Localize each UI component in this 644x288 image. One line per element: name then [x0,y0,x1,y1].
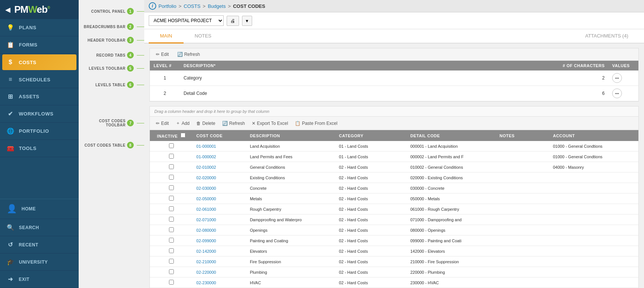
breadcrumb-portfolio[interactable]: Portfolio [158,3,176,9]
sidebar-item-assets[interactable]: ⊞ ASSETS [0,88,79,105]
select-all-checkbox[interactable] [181,133,185,138]
row-checkbox[interactable] [169,206,174,211]
cost-code-cell: 02-080000 [193,225,246,236]
sidebar-toggle[interactable]: ◀ [5,6,10,14]
levels-edit-button[interactable]: ✏ Edit [154,51,171,58]
costs-refresh-button[interactable]: 🔄 Refresh [220,120,247,127]
table-row: 02-142000 Elevators 02 - Hard Costs 1420… [150,246,638,256]
detail-code-cell: 142000 - Elevators [406,246,496,256]
row-checkbox[interactable] [169,217,174,222]
inactive-cell [150,256,193,267]
breadcrumb-budgets[interactable]: Budgets [208,3,226,9]
edit-icon: ✏ [156,52,160,57]
ellipsis-button[interactable]: ••• [612,73,622,83]
project-selector[interactable]: ACME HOSPITAL PROJECT [149,15,224,26]
category-cell: 02 - Hard Costs [335,183,406,194]
cost-code-link[interactable]: 02-220000 [196,270,216,274]
levels-row: 2 Detail Code 6 ••• [150,86,638,101]
cost-code-link[interactable]: 02-099000 [196,238,216,243]
sidebar-item-schedules[interactable]: ≡ SCHEDULES [0,71,79,88]
row-checkbox[interactable] [169,227,174,232]
row-checkbox[interactable] [169,196,174,201]
sidebar-item-home[interactable]: 👤 HOME [0,199,79,219]
inactive-cell [150,172,193,183]
account-cell [549,194,638,204]
row-checkbox[interactable] [169,154,174,159]
cost-code-link[interactable]: 02-061000 [196,207,216,212]
description-cell: HVAC [246,278,335,288]
sidebar-item-tools[interactable]: 🧰 TOOLS [0,140,79,157]
costs-delete-button[interactable]: 🗑 Delete [194,120,218,127]
costs-paste-button[interactable]: 📋 Paste From Excel [293,120,340,127]
sidebar: ◀ PMWeb® 💡 PLANS 📋 FORMS $ COSTS ≡ SCHED… [0,0,79,288]
tab-main[interactable]: MAIN [149,29,184,44]
row-checkbox[interactable] [169,280,174,285]
sidebar-item-plans[interactable]: 💡 PLANS [0,19,79,36]
sidebar-item-search[interactable]: 🔍 SEARCH [0,219,79,236]
export-icon: ✕ [252,121,256,126]
ellipsis-button[interactable]: ••• [612,88,622,98]
tab-attachments[interactable]: ATTACHMENTS (4) [574,29,640,44]
sidebar-item-label: EXIT [19,277,30,282]
cost-code-link[interactable]: 01-000001 [196,144,216,148]
row-checkbox[interactable] [169,164,174,169]
col-characters: # OF CHARACTERS [556,61,608,70]
sidebar-item-recent[interactable]: ↺ RECENT [0,236,79,254]
row-checkbox[interactable] [169,248,174,253]
levels-refresh-button[interactable]: 🔄 Refresh [175,51,202,58]
cost-code-cell: 02-030000 [193,183,246,194]
sidebar-item-forms[interactable]: 📋 FORMS [0,36,79,54]
assets-icon: ⊞ [7,93,14,100]
sidebar-item-university[interactable]: 🎓 UNIVERSITY [0,254,79,271]
costs-add-button[interactable]: ＋ Add [173,119,192,128]
breadcrumb-costs[interactable]: COSTS [184,3,200,9]
cost-code-cell: 02-020000 [193,172,246,183]
costs-export-button[interactable]: ✕ Export To Excel [250,120,290,127]
row-checkbox[interactable] [169,143,174,148]
drag-hint: Drag a column header and drop it here to… [150,106,638,117]
notes-cell [496,172,549,183]
cost-code-cell: 02-099000 [193,236,246,246]
cost-code-link[interactable]: 02-030000 [196,186,216,190]
sidebar-item-workflows[interactable]: ✔ WORKFLOWS [0,105,79,123]
cost-code-link[interactable]: 02-210000 [196,260,216,264]
cost-code-link[interactable]: 02-080000 [196,228,216,232]
col-category: CATEGORY [335,130,406,141]
cost-code-link[interactable]: 02-230000 [196,280,216,285]
recent-icon: ↺ [7,241,14,248]
sidebar-item-portfolio[interactable]: 🌐 PORTFOLIO [0,123,79,140]
sidebar-item-label: WORKFLOWS [19,111,54,117]
info-icon: i [149,2,156,10]
row-checkbox[interactable] [169,259,174,264]
category-cell: 02 - Hard Costs [335,214,406,225]
detail-code-cell: 050000 - Metals [406,194,496,204]
add-icon: ＋ [176,120,180,126]
cost-code-link[interactable]: 02-050000 [196,196,216,201]
row-checkbox[interactable] [169,238,174,243]
cost-code-link[interactable]: 02-142000 [196,249,216,254]
sidebar-item-exit[interactable]: ➜ EXIT [0,271,79,288]
print-button[interactable]: 🖨 [227,16,239,26]
dropdown-button[interactable]: ▾ [242,16,252,26]
tab-notes[interactable]: NOTES [184,29,223,44]
main-content: i Portfolio > COSTS > Budgets > COST COD… [144,0,644,288]
costs-edit-button[interactable]: ✏ Edit [154,120,171,127]
detail-code-cell: 080000 - Openings [406,225,496,236]
account-cell [549,214,638,225]
row-checkbox[interactable] [169,269,174,274]
row-checkbox[interactable] [169,185,174,190]
cost-code-link[interactable]: 02-020000 [196,176,216,180]
annotation-cost-codes-table: COST CODES TABLE 8 [85,142,137,148]
sidebar-item-costs[interactable]: $ COSTS [2,54,76,70]
inactive-cell [150,246,193,256]
cost-code-link[interactable]: 01-000002 [196,154,216,159]
inactive-cell [150,236,193,246]
account-cell [549,172,638,183]
row-checkbox[interactable] [169,175,174,180]
cost-code-link[interactable]: 02-010002 [196,165,216,170]
level-characters: 2 [556,70,608,86]
sidebar-item-label: RECENT [19,242,38,248]
sidebar-bottom: 👤 HOME 🔍 SEARCH ↺ RECENT 🎓 UNIVERSITY ➜ … [0,199,79,288]
cost-code-link[interactable]: 02-071000 [196,218,216,222]
detail-code-cell: 099000 - Painting and Coati [406,236,496,246]
